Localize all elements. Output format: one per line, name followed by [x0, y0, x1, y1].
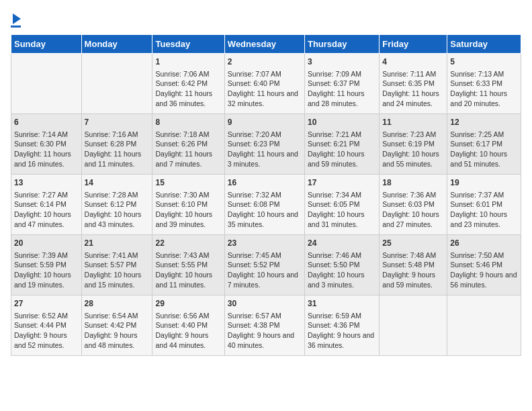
- day-info: Sunset: 6:01 PM: [450, 199, 518, 210]
- day-number: 13: [14, 177, 79, 189]
- day-number: 20: [14, 238, 79, 249]
- calendar-cell: 4Sunrise: 7:11 AMSunset: 6:35 PMDaylight…: [380, 54, 447, 114]
- day-header-thursday: Thursday: [304, 35, 379, 54]
- calendar-cell: 29Sunrise: 6:56 AMSunset: 4:40 PMDayligh…: [152, 295, 224, 356]
- day-info: Sunrise: 7:20 AM: [228, 130, 302, 140]
- calendar-cell: 8Sunrise: 7:18 AMSunset: 6:26 PMDaylight…: [152, 114, 224, 175]
- day-info: Daylight: 9 hours and 44 minutes.: [155, 330, 221, 350]
- day-info: Sunset: 6:28 PM: [85, 139, 150, 149]
- day-info: Sunset: 5:55 PM: [155, 260, 221, 270]
- calendar-cell: 25Sunrise: 7:48 AMSunset: 5:48 PMDayligh…: [380, 235, 447, 295]
- day-info: Sunset: 6:17 PM: [450, 139, 518, 149]
- calendar-cell: 2Sunrise: 7:07 AMSunset: 6:40 PMDaylight…: [224, 54, 304, 114]
- calendar-cell: 22Sunrise: 7:43 AMSunset: 5:55 PMDayligh…: [152, 235, 224, 295]
- day-number: 19: [450, 177, 518, 189]
- calendar-cell: 30Sunrise: 6:57 AMSunset: 4:38 PMDayligh…: [224, 295, 304, 356]
- day-info: Sunrise: 7:07 AM: [228, 69, 302, 79]
- day-number: 16: [228, 177, 302, 189]
- day-info: Daylight: 11 hours and 3 minutes.: [228, 149, 302, 169]
- day-info: Sunset: 6:14 PM: [14, 199, 79, 210]
- day-number: 2: [228, 56, 302, 68]
- day-info: Sunset: 4:38 PM: [228, 320, 302, 330]
- day-info: Sunrise: 7:34 AM: [308, 190, 376, 200]
- day-info: Sunrise: 6:59 AM: [308, 311, 376, 321]
- day-info: Sunrise: 6:56 AM: [155, 311, 221, 321]
- day-info: Daylight: 9 hours and 36 minutes.: [308, 330, 376, 350]
- day-info: Sunset: 5:59 PM: [14, 260, 79, 270]
- day-info: Daylight: 9 hours and 59 minutes.: [382, 270, 444, 289]
- day-number: 25: [382, 238, 444, 249]
- calendar-cell: 16Sunrise: 7:32 AMSunset: 6:08 PMDayligh…: [224, 175, 304, 235]
- day-header-saturday: Saturday: [447, 35, 521, 54]
- day-info: Sunrise: 7:43 AM: [155, 250, 221, 261]
- day-info: Daylight: 11 hours and 24 minutes.: [382, 89, 444, 108]
- day-info: Daylight: 10 hours and 15 minutes.: [85, 270, 150, 289]
- day-number: 22: [155, 238, 221, 249]
- day-info: Sunset: 4:44 PM: [14, 320, 79, 330]
- day-info: Sunrise: 7:16 AM: [85, 130, 150, 140]
- day-number: 9: [228, 117, 302, 128]
- logo-underline: [11, 26, 21, 28]
- day-info: Daylight: 10 hours and 11 minutes.: [155, 270, 221, 289]
- day-info: Sunset: 6:03 PM: [382, 199, 444, 210]
- day-number: 30: [228, 298, 302, 310]
- day-header-friday: Friday: [380, 35, 447, 54]
- day-info: Sunrise: 7:18 AM: [155, 130, 221, 140]
- day-header-tuesday: Tuesday: [152, 35, 224, 54]
- day-number: 31: [308, 298, 376, 310]
- day-info: Sunrise: 7:32 AM: [228, 190, 302, 200]
- day-info: Sunset: 5:46 PM: [450, 260, 518, 270]
- calendar-cell: 14Sunrise: 7:28 AMSunset: 6:12 PMDayligh…: [81, 175, 152, 235]
- day-info: Sunrise: 7:23 AM: [382, 130, 444, 140]
- day-number: 6: [14, 117, 79, 128]
- day-info: Sunrise: 7:14 AM: [14, 130, 79, 140]
- day-info: Daylight: 9 hours and 48 minutes.: [85, 330, 150, 350]
- calendar-header-row: SundayMondayTuesdayWednesdayThursdayFrid…: [11, 35, 521, 54]
- calendar-cell: [447, 295, 521, 356]
- calendar-cell: 10Sunrise: 7:21 AMSunset: 6:21 PMDayligh…: [304, 114, 379, 175]
- week-row-3: 13Sunrise: 7:27 AMSunset: 6:14 PMDayligh…: [11, 175, 521, 235]
- day-info: Sunset: 5:50 PM: [308, 260, 376, 270]
- day-number: 12: [450, 117, 518, 128]
- page-header: [11, 11, 521, 28]
- day-info: Sunset: 6:33 PM: [450, 79, 518, 89]
- calendar-cell: 24Sunrise: 7:46 AMSunset: 5:50 PMDayligh…: [304, 235, 379, 295]
- day-info: Sunrise: 6:52 AM: [14, 311, 79, 321]
- week-row-2: 6Sunrise: 7:14 AMSunset: 6:30 PMDaylight…: [11, 114, 521, 175]
- day-number: 15: [155, 177, 221, 189]
- day-header-monday: Monday: [81, 35, 152, 54]
- day-info: Sunset: 5:57 PM: [85, 260, 150, 270]
- day-number: 24: [308, 238, 376, 249]
- day-info: Sunset: 6:35 PM: [382, 79, 444, 89]
- day-info: Daylight: 10 hours and 59 minutes.: [308, 149, 376, 169]
- calendar-cell: 3Sunrise: 7:09 AMSunset: 6:37 PMDaylight…: [304, 54, 379, 114]
- day-number: 10: [308, 117, 376, 128]
- day-info: Sunrise: 7:37 AM: [450, 190, 518, 200]
- day-info: Daylight: 10 hours and 39 minutes.: [155, 210, 221, 229]
- day-info: Daylight: 10 hours and 7 minutes.: [228, 270, 302, 289]
- day-info: Sunset: 6:12 PM: [85, 199, 150, 210]
- calendar-table: SundayMondayTuesdayWednesdayThursdayFrid…: [11, 34, 521, 356]
- day-info: Daylight: 10 hours and 19 minutes.: [14, 270, 79, 289]
- day-info: Sunset: 4:36 PM: [308, 320, 376, 330]
- day-info: Daylight: 10 hours and 3 minutes.: [308, 270, 376, 289]
- day-number: 26: [450, 238, 518, 249]
- week-row-5: 27Sunrise: 6:52 AMSunset: 4:44 PMDayligh…: [11, 295, 521, 356]
- day-info: Sunrise: 7:48 AM: [382, 250, 444, 261]
- calendar-cell: 20Sunrise: 7:39 AMSunset: 5:59 PMDayligh…: [11, 235, 82, 295]
- week-row-1: 1Sunrise: 7:06 AMSunset: 6:42 PMDaylight…: [11, 54, 521, 114]
- day-number: 21: [85, 238, 150, 249]
- day-number: 5: [450, 56, 518, 68]
- day-info: Sunrise: 7:25 AM: [450, 130, 518, 140]
- day-info: Sunrise: 7:50 AM: [450, 250, 518, 261]
- day-number: 27: [14, 298, 79, 310]
- day-info: Daylight: 11 hours and 28 minutes.: [308, 89, 376, 108]
- day-info: Sunrise: 7:45 AM: [228, 250, 302, 261]
- calendar-cell: [380, 295, 447, 356]
- day-info: Sunrise: 7:27 AM: [14, 190, 79, 200]
- day-info: Sunset: 4:42 PM: [85, 320, 150, 330]
- day-info: Sunrise: 7:06 AM: [155, 69, 221, 79]
- day-info: Daylight: 11 hours and 20 minutes.: [450, 89, 518, 108]
- day-number: 8: [155, 117, 221, 128]
- calendar-cell: 12Sunrise: 7:25 AMSunset: 6:17 PMDayligh…: [447, 114, 521, 175]
